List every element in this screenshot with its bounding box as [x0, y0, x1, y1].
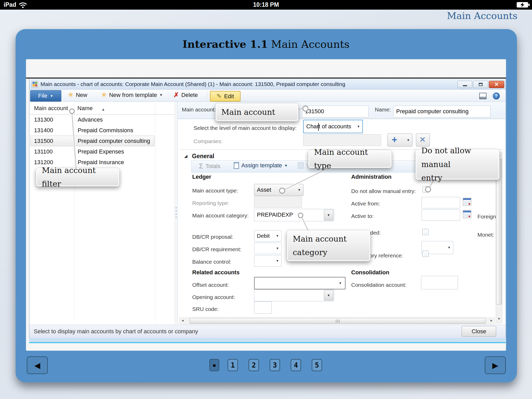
forecast-icon [298, 162, 304, 169]
slide-heading-number: Interactive 1.1 [183, 38, 268, 50]
companies-field[interactable] [303, 134, 381, 146]
collapse-triangle-icon[interactable]: ◢ [184, 154, 187, 158]
reporting-type-field[interactable] [254, 196, 302, 208]
dbcr-proposal-combobox[interactable]: Debit ▼ [254, 230, 282, 242]
balance-control-label: Balance control: [192, 259, 231, 265]
sigma-icon: Σ [199, 162, 203, 170]
chevron-down-icon: ▼ [276, 234, 279, 238]
chevron-down-icon: ▼ [327, 213, 330, 217]
scroll-left-icon[interactable]: ◄ [181, 319, 184, 322]
scroll-right-icon[interactable]: ► [490, 319, 493, 322]
calendar-icon[interactable] [463, 210, 471, 218]
dropdown-button[interactable]: ▼ [324, 290, 333, 301]
main-account-field[interactable]: 131500 [302, 105, 369, 117]
suspended-label-fragment: ded: [370, 230, 381, 236]
table-row[interactable]: 131400Prepaid Commissions [30, 125, 177, 136]
command-toolbar [29, 90, 506, 102]
chevron-down-icon: ▼ [276, 247, 279, 250]
dbcr-requirement-combobox[interactable]: ▼ [254, 243, 282, 254]
delete-button[interactable]: ✗Delete [174, 91, 198, 99]
assign-template-button[interactable]: Assign template ▼ [234, 162, 288, 169]
name-field[interactable]: Prepaid computer consulting [393, 105, 490, 117]
active-to-label: Active to: [351, 213, 374, 219]
balance-control-combobox[interactable]: ▼ [254, 255, 282, 267]
sru-code-field[interactable] [254, 301, 272, 314]
file-menu-button[interactable]: File▼ [30, 90, 61, 102]
column-header-main-account[interactable]: Main account [34, 105, 68, 112]
vertical-scroll-thumb[interactable] [496, 159, 502, 304]
column-header-name[interactable]: Name [77, 105, 93, 112]
general-header: General [192, 153, 214, 160]
clock: 10:18 PM [0, 1, 532, 8]
ledger-header: Ledger [192, 174, 211, 180]
table-row-selected[interactable]: 131500Prepaid computer consulting [30, 136, 177, 146]
active-to-field[interactable] [422, 209, 460, 221]
tooltip-do-not-allow-manual-entry: Do not allow manualentry [415, 149, 500, 180]
scroll-down-icon[interactable]: ▼ [497, 317, 501, 321]
chevron-down-icon: ▼ [276, 259, 279, 263]
tooltip-main-account-filter: Main account filter [36, 168, 119, 187]
main-account-category-combobox[interactable]: PREPAIDEXP ▼ [254, 209, 334, 221]
current-slide-dot[interactable]: ● [209, 359, 219, 371]
edit-button[interactable]: ✎Edit [210, 91, 241, 102]
dropdown-button[interactable]: ▼ [324, 210, 333, 221]
consolidation-account-label: Consolidation account: [351, 282, 406, 288]
minimize-button[interactable] [457, 81, 472, 88]
chevron-down-icon: ▼ [298, 188, 301, 192]
text-caret [318, 123, 319, 131]
reporting-type-label: Reporting type: [192, 200, 229, 206]
status-message: Select to display main accounts by chart… [34, 328, 198, 335]
cyan-accent-line [29, 342, 506, 343]
level-combobox[interactable]: Chart of accounts ▼ [303, 120, 363, 133]
table-row[interactable]: 131100Prepaid Expenses [30, 146, 177, 157]
manual-entry-checkbox[interactable] [422, 186, 429, 192]
page-button-1[interactable]: 1 [228, 359, 238, 371]
new-template-star-icon: ✳ [101, 91, 107, 99]
main-account-label: Main account: [182, 107, 216, 113]
new-button[interactable]: ✳New [68, 91, 87, 99]
suspended-checkbox[interactable] [422, 229, 429, 235]
main-account-type-combobox[interactable]: Asset ▼ [254, 184, 303, 196]
close-window-button[interactable]: ✕ [489, 81, 504, 88]
clipboard-icon [234, 162, 239, 169]
mandatory-reference-checkbox[interactable] [422, 251, 429, 257]
monetary-label-fragment: Monet: [477, 232, 494, 238]
pane-splitter[interactable] [175, 102, 178, 324]
next-slide-button[interactable]: ▶ [485, 356, 506, 374]
sru-code-label: SRU code: [192, 306, 219, 312]
totals-button[interactable]: Σ Totals [199, 162, 221, 170]
window-footer-strip [29, 338, 506, 342]
table-row[interactable]: 131300Advances [30, 114, 177, 125]
related-accounts-header: Related accounts [192, 269, 240, 276]
new-from-template-button[interactable]: ✳New from template▼ [101, 91, 163, 99]
toolbar-separator [207, 91, 207, 101]
layout-icon[interactable] [479, 93, 487, 99]
consolidation-account-field[interactable] [421, 276, 458, 289]
maximize-button[interactable] [473, 81, 488, 88]
page-button-3[interactable]: 3 [270, 359, 280, 371]
horizontal-scroll-thumb[interactable] [190, 318, 486, 324]
page-button-5[interactable]: 5 [312, 359, 322, 371]
close-button[interactable]: Close [462, 326, 496, 337]
previous-slide-button[interactable]: ◀ [27, 356, 48, 374]
offset-account-label: Offset account: [192, 282, 229, 288]
companies-label: Companies: [194, 138, 223, 144]
add-company-button[interactable]: + ▼ [387, 134, 413, 147]
window-title: Main accounts - chart of accounts: Corpo… [41, 81, 446, 87]
help-icon[interactable]: ? [493, 92, 500, 99]
opening-account-label: Opening account: [192, 294, 235, 300]
offset-account-combobox[interactable]: ▼ [254, 277, 345, 289]
chevron-down-icon: ▼ [284, 164, 288, 168]
active-from-field[interactable] [422, 197, 460, 208]
page-button-4[interactable]: 4 [291, 359, 301, 371]
new-star-icon: ✳ [68, 91, 74, 99]
opening-account-combobox[interactable]: ▼ [254, 289, 334, 301]
chevron-down-icon: ▼ [407, 138, 410, 142]
page-button-2[interactable]: 2 [249, 359, 259, 371]
chevron-down-icon: ▼ [339, 281, 342, 285]
calendar-icon[interactable] [463, 198, 471, 206]
plus-icon: + [392, 134, 397, 145]
left-arrow-icon: ◀ [34, 361, 40, 370]
slide-heading: Interactive 1.1Main Accounts [0, 38, 532, 50]
chevron-down-icon: ▼ [327, 294, 330, 297]
